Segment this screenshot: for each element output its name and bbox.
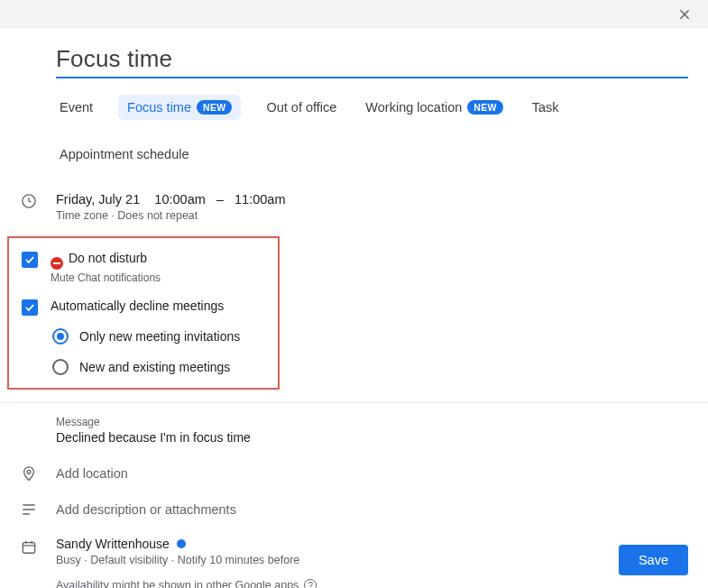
datetime-row[interactable]: Friday, July 21 10:00am – 11:00am [56, 192, 688, 207]
radio-label: New and existing meetings [79, 360, 230, 374]
focus-options-highlight: Do not disturb Mute Chat notifications A… [7, 236, 280, 390]
auto-decline-checkbox[interactable] [22, 299, 38, 316]
add-description[interactable]: Add description or attachments [56, 502, 236, 517]
svg-point-1 [27, 470, 31, 473]
radio-button[interactable] [52, 328, 69, 345]
date-text: Friday, July 21 [56, 192, 140, 207]
dnd-sublabel: Mute Chat notifications [51, 271, 161, 284]
tab-working-location[interactable]: Working location NEW [362, 95, 506, 120]
tab-appointment-schedule[interactable]: Appointment schedule [56, 142, 193, 167]
organizer-row[interactable]: Sandy Writtenhouse [56, 537, 688, 551]
tab-label: Working location [365, 100, 462, 115]
organizer-name: Sandy Writtenhouse [56, 537, 170, 551]
event-type-tabs: Event Focus time NEW Out of office Worki… [56, 95, 688, 167]
tab-task[interactable]: Task [529, 95, 563, 120]
radio-new-and-existing[interactable]: New and existing meetings [52, 359, 269, 375]
end-time: 11:00am [234, 192, 285, 207]
auto-decline-label: Automatically decline meetings [51, 299, 224, 313]
start-time: 10:00am [154, 192, 205, 207]
tab-event[interactable]: Event [56, 95, 97, 120]
dnd-checkbox[interactable] [22, 252, 38, 268]
message-label: Message [56, 416, 688, 428]
auto-decline-options: Only new meeting invitations New and exi… [52, 328, 269, 375]
radio-label: Only new meeting invitations [79, 329, 240, 344]
svg-rect-2 [23, 543, 34, 554]
add-location[interactable]: Add location [56, 466, 128, 481]
tab-label: Task [532, 100, 559, 115]
radio-new-invitations[interactable]: Only new meeting invitations [52, 328, 269, 345]
dnd-label-text: Do not disturb [69, 251, 147, 265]
clock-icon [20, 192, 38, 210]
dnd-label: Do not disturb [51, 251, 161, 270]
save-button[interactable]: Save [619, 545, 688, 575]
location-icon [20, 464, 38, 482]
organizer-sub: Busy · Default visibility · Notify 10 mi… [56, 554, 688, 566]
decline-message-block[interactable]: Message Declined because I'm in focus ti… [56, 416, 688, 445]
tab-out-of-office[interactable]: Out of office [262, 95, 340, 120]
description-icon [20, 501, 38, 519]
divider [0, 402, 708, 403]
datetime-sub[interactable]: Time zone · Does not repeat [56, 209, 688, 222]
availability-note: Availability might be shown in other Goo… [56, 579, 299, 588]
calendar-color-dot [177, 539, 186, 548]
new-badge: NEW [467, 100, 502, 115]
tab-focus-time[interactable]: Focus time NEW [118, 95, 241, 120]
help-icon[interactable]: ? [304, 579, 317, 588]
message-text: Declined because I'm in focus time [56, 430, 688, 445]
dnd-status-icon [51, 257, 63, 270]
tab-label: Out of office [266, 100, 336, 115]
tab-label: Appointment schedule [60, 147, 189, 161]
new-badge: NEW [197, 100, 232, 115]
tab-label: Focus time [127, 100, 191, 115]
close-icon[interactable] [676, 5, 694, 23]
radio-button[interactable] [52, 359, 69, 375]
titlebar [0, 0, 708, 29]
event-title-input[interactable] [56, 45, 688, 78]
tab-label: Event [60, 100, 93, 115]
dash: – [216, 192, 224, 207]
calendar-icon [20, 538, 38, 556]
